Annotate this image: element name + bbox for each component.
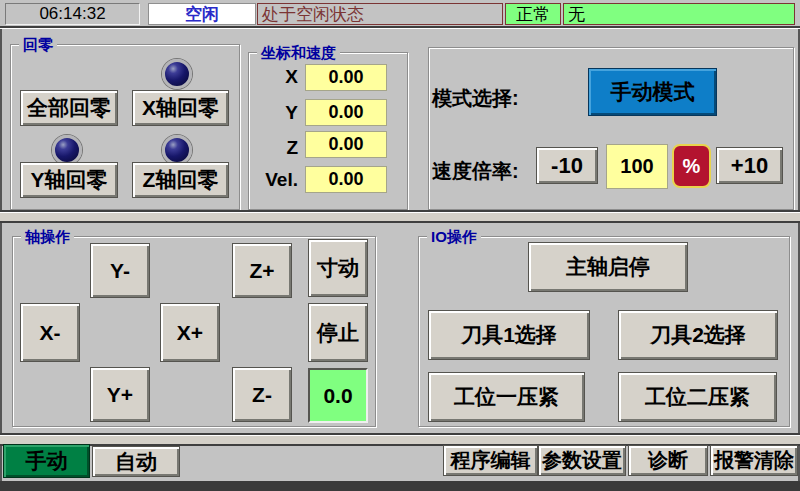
header-status-bar: 06:14:32 空闲 处于空闲状态 正常 无 (0, 0, 800, 28)
tool2-select-button[interactable]: 刀具2选择 (618, 310, 778, 360)
io-operation-title: IO操作 (427, 227, 481, 246)
station1-clamp-button[interactable]: 工位一压紧 (428, 372, 585, 422)
coord-label-x: X (250, 66, 298, 88)
nav-param-settings-button[interactable]: 参数设置 (538, 445, 626, 476)
coord-label-y: Y (250, 102, 298, 124)
alarm-message-display: 无 (563, 3, 795, 25)
home-z-button[interactable]: Z轴回零 (132, 162, 229, 198)
spindle-start-stop-button[interactable]: 主轴启停 (528, 242, 688, 292)
speed-override-label: 速度倍率: (432, 158, 519, 185)
machine-state-display: 空闲 (148, 3, 256, 25)
horizontal-divider-top (0, 212, 800, 223)
override-decrease-button[interactable]: -10 (536, 147, 598, 184)
jog-y-plus-button[interactable]: Y+ (90, 367, 150, 422)
z-home-led (162, 135, 192, 165)
coord-value-x: 0.00 (305, 64, 387, 91)
jog-z-minus-button[interactable]: Z- (232, 367, 292, 422)
coord-value-vel: 0.00 (305, 166, 387, 193)
homing-panel-title: 回零 (19, 35, 57, 54)
axis-operation-title: 轴操作 (21, 227, 74, 246)
alarm-state-display: 正常 (505, 3, 561, 25)
jog-step-value-display: 0.0 (308, 368, 368, 423)
y-home-led (52, 135, 82, 165)
coord-label-z: Z (250, 137, 298, 159)
jog-z-plus-button[interactable]: Z+ (232, 243, 292, 298)
mode-manual-button[interactable]: 手动模式 (588, 68, 717, 116)
status-message-display: 处于空闲状态 (257, 3, 503, 25)
hmi-screen: 06:14:32 空闲 处于空闲状态 正常 无 回零 全部回零 X轴回零 Y轴回… (0, 0, 800, 491)
clock-display: 06:14:32 (5, 3, 140, 25)
stop-button[interactable]: 停止 (308, 303, 368, 362)
station2-clamp-button[interactable]: 工位二压紧 (618, 372, 777, 422)
nav-auto-button[interactable]: 自动 (92, 446, 180, 477)
jog-y-minus-button[interactable]: Y- (90, 243, 150, 298)
bottom-dark-strip (0, 481, 800, 491)
jog-x-minus-button[interactable]: X- (20, 303, 80, 362)
coord-value-z: 0.00 (305, 131, 387, 158)
coord-value-y: 0.00 (305, 99, 387, 126)
x-home-led (162, 59, 192, 89)
tool1-select-button[interactable]: 刀具1选择 (428, 310, 590, 360)
nav-program-edit-button[interactable]: 程序编辑 (443, 445, 538, 476)
mode-select-label: 模式选择: (432, 85, 519, 112)
home-all-button[interactable]: 全部回零 (20, 90, 118, 126)
nav-manual-button[interactable]: 手动 (3, 444, 90, 478)
override-unit-badge: % (672, 144, 711, 188)
home-x-button[interactable]: X轴回零 (132, 90, 229, 126)
nav-diagnosis-button[interactable]: 诊断 (628, 445, 708, 476)
override-value-display: 100 (606, 144, 668, 189)
home-y-button[interactable]: Y轴回零 (20, 162, 118, 198)
jog-x-plus-button[interactable]: X+ (160, 303, 220, 362)
coord-label-vel: Vel. (250, 169, 298, 191)
override-increase-button[interactable]: +10 (716, 147, 783, 184)
nav-alarm-clear-button[interactable]: 报警清除 (710, 445, 798, 476)
coordinates-panel-title: 坐标和速度 (257, 43, 340, 62)
jog-mode-button[interactable]: 寸动 (308, 239, 368, 297)
